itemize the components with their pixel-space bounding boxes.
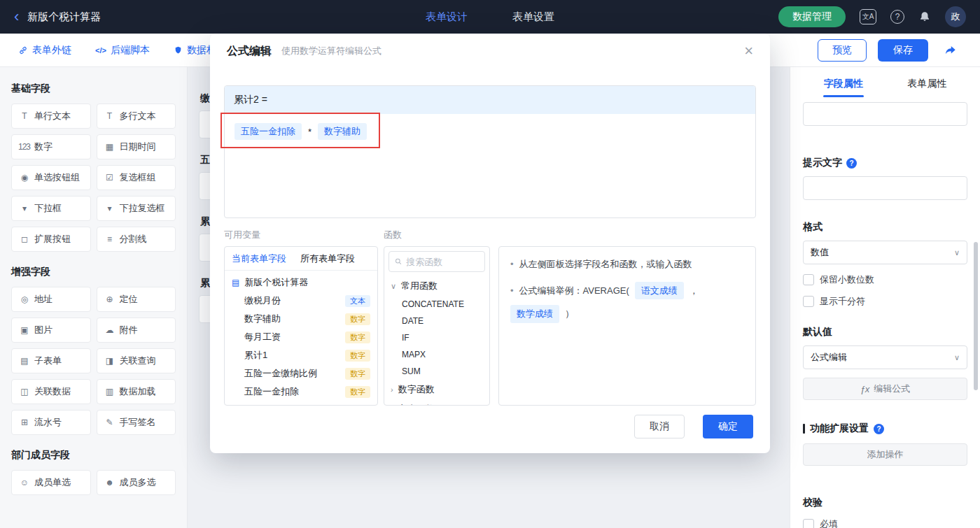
thousand-separator-checkbox[interactable] xyxy=(803,296,814,307)
close-icon[interactable]: × xyxy=(744,43,753,59)
required-checkbox[interactable] xyxy=(803,519,814,528)
notification-bell-icon[interactable] xyxy=(918,10,931,23)
edit-formula-button[interactable]: ƒx 编辑公式 xyxy=(803,378,967,400)
calendar-icon: ▦ xyxy=(104,142,115,152)
function-item[interactable]: SUM xyxy=(384,363,489,380)
tab-current-form-fields[interactable]: 当前表单字段 xyxy=(225,252,293,265)
variable-row[interactable]: 缴税月份文本 xyxy=(225,292,377,310)
type-tag: 数字 xyxy=(345,350,370,362)
sidebar-item-divider[interactable]: ≡分割线 xyxy=(97,227,176,252)
member-multi-icon: ☻ xyxy=(104,478,115,487)
sidebar-item-attachment[interactable]: ☁附件 xyxy=(97,317,176,343)
variable-row[interactable]: 五险一金缴纳比例数字 xyxy=(225,364,377,383)
sidebar-item-data-load[interactable]: ▥数据加载 xyxy=(97,379,176,404)
variable-row[interactable]: 累计1数字 xyxy=(225,346,377,364)
sidebar-item-extend-button[interactable]: ◻扩展按钮 xyxy=(11,227,91,252)
sidebar-item-location[interactable]: ⊕定位 xyxy=(97,287,176,312)
sidebar-item-signature[interactable]: ✎手写签名 xyxy=(97,410,176,435)
function-search-input[interactable] xyxy=(406,257,479,267)
sidebar-item-multi-dropdown[interactable]: ▾下拉复选框 xyxy=(97,196,176,221)
save-button[interactable]: 保存 xyxy=(878,39,928,62)
share-icon[interactable] xyxy=(939,39,962,62)
sidebar-item-multi-line-text[interactable]: T多行文本 xyxy=(97,104,176,129)
translate-icon[interactable]: 文A xyxy=(860,9,876,24)
help-icon[interactable]: ? xyxy=(890,10,904,24)
field-title-input[interactable] xyxy=(803,102,967,126)
sidebar-item-single-line-text[interactable]: T单行文本 xyxy=(11,104,91,129)
available-variables-label: 可用变量 xyxy=(224,229,384,241)
multi-line-text-icon: T xyxy=(104,111,115,121)
sidebar-item-serial-number[interactable]: ⊞流水号 xyxy=(11,410,91,435)
hint-text-input[interactable] xyxy=(803,176,967,200)
format-label: 格式 xyxy=(803,221,967,234)
add-action-button[interactable]: 添加操作 xyxy=(803,443,967,466)
extension-help-icon[interactable]: ? xyxy=(874,424,884,434)
sidebar-item-member-single[interactable]: ☺成员单选 xyxy=(11,470,91,495)
tab-form-settings[interactable]: 表单设置 xyxy=(512,10,554,24)
thousand-separator-row: 显示千分符 xyxy=(803,295,967,308)
function-group-text[interactable]: › 文本函数 xyxy=(384,399,489,406)
sidebar-item-checkbox-group[interactable]: ☑复选框组 xyxy=(97,165,176,190)
keep-decimal-row: 保留小数位数 xyxy=(803,273,967,286)
attachment-icon: ☁ xyxy=(104,325,115,335)
functions-label: 函数 xyxy=(384,229,402,241)
function-item[interactable]: MAPX xyxy=(384,346,489,363)
type-tag: 数字 xyxy=(345,313,370,325)
formula-input-area[interactable]: 五险一金扣除 * 数字辅助 xyxy=(225,114,755,149)
data-manage-button[interactable]: 数据管理 xyxy=(778,6,846,27)
tab-form-properties[interactable]: 表单属性 xyxy=(886,67,969,101)
extension-settings-header: 功能扩展设置 ? xyxy=(803,422,967,435)
hint-help-icon[interactable]: ? xyxy=(846,158,857,169)
sidebar-item-image[interactable]: ▣图片 xyxy=(11,317,91,343)
formula-edit-modal: 公式编辑 使用数学运算符编辑公式 × 累计2 = 五险一金扣除 * 数字辅助 可… xyxy=(210,34,770,453)
sidebar-item-radio-group[interactable]: ◉单选按钮组 xyxy=(11,165,91,190)
function-group-common[interactable]: ∨ 常用函数 xyxy=(384,276,489,296)
section-title-enhanced: 增强字段 xyxy=(11,266,176,278)
tab-field-properties[interactable]: 字段属性 xyxy=(802,67,886,101)
formula-token-field[interactable]: 五险一金扣除 xyxy=(234,123,302,140)
preview-button[interactable]: 预览 xyxy=(818,39,867,62)
sidebar-item-address[interactable]: ◎地址 xyxy=(11,287,91,312)
variables-tree-root[interactable]: ▤ 新版个税计算器 xyxy=(225,271,377,292)
member-single-icon: ☺ xyxy=(18,478,30,487)
backend-script-link[interactable]: </> 后端脚本 xyxy=(95,44,150,57)
formula-editor: 累计2 = 五险一金扣除 * 数字辅助 xyxy=(224,85,756,218)
function-item[interactable]: CONCATENATE xyxy=(384,296,489,313)
variable-row[interactable]: 五险一金扣除数字 xyxy=(225,383,377,401)
confirm-button[interactable]: 确定 xyxy=(703,415,753,438)
fx-icon: ƒx xyxy=(860,384,870,394)
sidebar-item-datetime[interactable]: ▦日期时间 xyxy=(97,134,176,159)
variable-row[interactable]: 每月工资数字 xyxy=(225,328,377,346)
code-icon: </> xyxy=(95,46,106,55)
avatar[interactable]: 政 xyxy=(945,6,966,27)
back-icon[interactable]: ‹ xyxy=(14,9,19,24)
canvas-field-label: 累 xyxy=(200,215,210,228)
panel-scrollbar[interactable] xyxy=(974,242,978,390)
sidebar-item-subform[interactable]: ▤子表单 xyxy=(11,348,91,373)
sidebar-item-linked-query[interactable]: ◨关联查询 xyxy=(97,348,176,373)
format-select[interactable]: 数值 ∨ xyxy=(803,241,967,264)
function-search[interactable] xyxy=(388,251,485,272)
form-external-link[interactable]: 表单外链 xyxy=(18,44,71,57)
default-value-select[interactable]: 公式编辑 ∨ xyxy=(803,345,967,369)
function-group-number[interactable]: › 数字函数 xyxy=(384,380,489,399)
formula-token-field[interactable]: 数字辅助 xyxy=(318,123,367,140)
type-tag: 文本 xyxy=(345,295,370,307)
cancel-button[interactable]: 取消 xyxy=(634,415,685,438)
function-item[interactable]: IF xyxy=(384,329,489,346)
sidebar-item-member-multi[interactable]: ☻成员多选 xyxy=(97,470,176,495)
shield-icon xyxy=(174,45,183,55)
keep-decimal-checkbox[interactable] xyxy=(803,274,814,285)
sidebar-item-dropdown[interactable]: ▾下拉框 xyxy=(11,196,91,221)
function-item[interactable]: DATE xyxy=(384,313,489,329)
section-title-member: 部门成员字段 xyxy=(11,449,176,462)
tab-all-form-fields[interactable]: 所有表单字段 xyxy=(293,252,362,265)
variables-box: 当前表单字段 所有表单字段 ▤ 新版个税计算器 缴税月份文本 数字辅助数字 每月… xyxy=(224,246,378,406)
sidebar-item-number[interactable]: 123数字 xyxy=(11,134,91,159)
variable-row[interactable]: 数字辅助数字 xyxy=(225,310,377,328)
field-library-sidebar: 基础字段 T单行文本 T多行文本 123数字 ▦日期时间 ◉单选按钮组 ☑复选框… xyxy=(0,67,188,528)
tab-form-design[interactable]: 表单设计 xyxy=(426,10,468,24)
example-token: 语文成绩 xyxy=(635,282,684,300)
sidebar-item-linked-data[interactable]: ◫关联数据 xyxy=(11,379,91,404)
serial-number-icon: ⊞ xyxy=(18,418,30,427)
